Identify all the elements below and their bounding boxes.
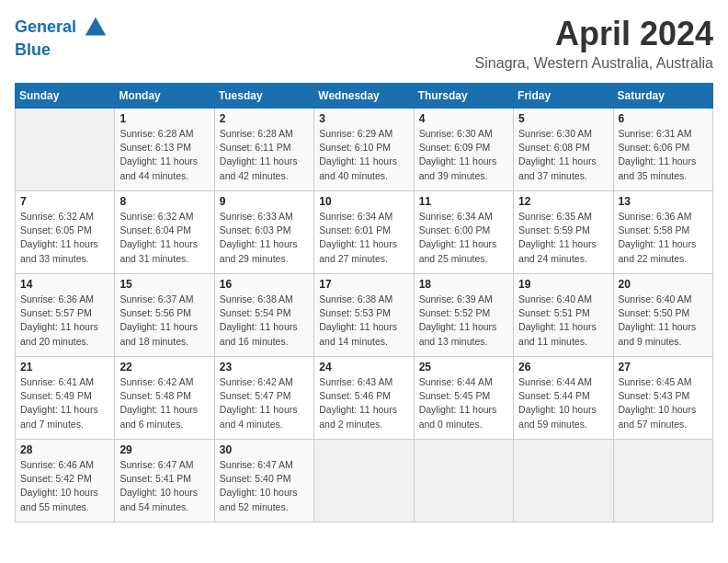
calendar-cell: 23Sunrise: 6:42 AMSunset: 5:47 PMDayligh… [214, 357, 313, 440]
calendar-week-row: 1Sunrise: 6:28 AMSunset: 6:13 PMDaylight… [16, 109, 713, 191]
calendar-cell: 20Sunrise: 6:40 AMSunset: 5:50 PMDayligh… [613, 274, 712, 357]
calendar-cell: 25Sunrise: 6:44 AMSunset: 5:45 PMDayligh… [414, 357, 513, 440]
weekday-header: Wednesday [314, 84, 414, 109]
calendar-cell: 8Sunrise: 6:32 AMSunset: 6:04 PMDaylight… [115, 191, 214, 274]
day-number: 16 [220, 278, 309, 291]
day-number: 7 [20, 195, 109, 208]
day-info: Sunrise: 6:40 AMSunset: 5:50 PMDaylight:… [619, 293, 708, 349]
calendar-header-row: SundayMondayTuesdayWednesdayThursdayFrid… [16, 84, 713, 109]
calendar-cell: 4Sunrise: 6:30 AMSunset: 6:09 PMDaylight… [414, 109, 513, 191]
weekday-header: Friday [514, 84, 613, 109]
day-info: Sunrise: 6:32 AMSunset: 6:04 PMDaylight:… [119, 210, 209, 266]
calendar-table: SundayMondayTuesdayWednesdayThursdayFrid… [15, 83, 713, 523]
calendar-cell: 16Sunrise: 6:38 AMSunset: 5:54 PMDayligh… [214, 274, 313, 357]
day-info: Sunrise: 6:43 AMSunset: 5:46 PMDaylight:… [319, 375, 408, 431]
day-number: 10 [319, 195, 408, 208]
day-info: Sunrise: 6:30 AMSunset: 6:08 PMDaylight:… [518, 127, 608, 183]
day-info: Sunrise: 6:42 AMSunset: 5:47 PMDaylight:… [220, 375, 309, 431]
day-info: Sunrise: 6:46 AMSunset: 5:42 PMDaylight:… [20, 458, 109, 514]
weekday-header: Thursday [414, 84, 513, 109]
day-info: Sunrise: 6:30 AMSunset: 6:09 PMDaylight:… [419, 127, 508, 183]
day-info: Sunrise: 6:47 AMSunset: 5:40 PMDaylight:… [220, 458, 309, 514]
day-number: 5 [518, 112, 608, 125]
day-number: 24 [319, 361, 408, 373]
day-info: Sunrise: 6:44 AMSunset: 5:45 PMDaylight:… [419, 375, 508, 431]
calendar-cell: 6Sunrise: 6:31 AMSunset: 6:06 PMDaylight… [613, 109, 712, 191]
calendar-cell: 12Sunrise: 6:35 AMSunset: 5:59 PMDayligh… [514, 191, 613, 274]
calendar-cell: 18Sunrise: 6:39 AMSunset: 5:52 PMDayligh… [414, 274, 513, 357]
day-info: Sunrise: 6:41 AMSunset: 5:49 PMDaylight:… [20, 375, 109, 431]
day-number: 18 [419, 278, 508, 291]
calendar-week-row: 7Sunrise: 6:32 AMSunset: 6:05 PMDaylight… [16, 191, 713, 274]
day-info: Sunrise: 6:38 AMSunset: 5:53 PMDaylight:… [319, 293, 408, 349]
calendar-cell: 15Sunrise: 6:37 AMSunset: 5:56 PMDayligh… [115, 274, 214, 357]
calendar-subtitle: Sinagra, Western Australia, Australia [475, 55, 713, 72]
day-info: Sunrise: 6:29 AMSunset: 6:10 PMDaylight:… [319, 127, 408, 183]
calendar-cell: 9Sunrise: 6:33 AMSunset: 6:03 PMDaylight… [214, 191, 313, 274]
weekday-header: Monday [115, 84, 214, 109]
day-number: 9 [220, 195, 309, 208]
day-info: Sunrise: 6:37 AMSunset: 5:56 PMDaylight:… [119, 293, 209, 349]
calendar-cell: 17Sunrise: 6:38 AMSunset: 5:53 PMDayligh… [314, 274, 414, 357]
calendar-cell: 14Sunrise: 6:36 AMSunset: 5:57 PMDayligh… [16, 274, 115, 357]
day-info: Sunrise: 6:28 AMSunset: 6:11 PMDaylight:… [220, 127, 309, 183]
day-info: Sunrise: 6:33 AMSunset: 6:03 PMDaylight:… [220, 210, 309, 266]
day-number: 8 [119, 195, 209, 208]
calendar-cell: 27Sunrise: 6:45 AMSunset: 5:43 PMDayligh… [613, 357, 712, 440]
day-info: Sunrise: 6:34 AMSunset: 6:01 PMDaylight:… [319, 210, 408, 266]
calendar-cell: 29Sunrise: 6:47 AMSunset: 5:41 PMDayligh… [115, 440, 214, 523]
day-number: 23 [220, 361, 309, 373]
day-number: 6 [619, 112, 708, 125]
calendar-cell: 11Sunrise: 6:34 AMSunset: 6:00 PMDayligh… [414, 191, 513, 274]
day-info: Sunrise: 6:39 AMSunset: 5:52 PMDaylight:… [419, 293, 508, 349]
day-number: 15 [119, 278, 209, 291]
logo-text: General [15, 15, 108, 40]
calendar-week-row: 28Sunrise: 6:46 AMSunset: 5:42 PMDayligh… [16, 440, 713, 523]
calendar-cell [314, 440, 414, 523]
day-number: 22 [119, 361, 209, 373]
day-number: 1 [119, 112, 209, 125]
day-info: Sunrise: 6:28 AMSunset: 6:13 PMDaylight:… [119, 127, 209, 183]
calendar-cell: 7Sunrise: 6:32 AMSunset: 6:05 PMDaylight… [16, 191, 115, 274]
day-number: 28 [20, 443, 109, 456]
title-section: April 2024 Sinagra, Western Australia, A… [475, 15, 713, 72]
logo-subtext: Blue [15, 40, 108, 61]
day-info: Sunrise: 6:35 AMSunset: 5:59 PMDaylight:… [518, 210, 608, 266]
day-number: 19 [518, 278, 608, 291]
calendar-cell: 3Sunrise: 6:29 AMSunset: 6:10 PMDaylight… [314, 109, 414, 191]
day-info: Sunrise: 6:36 AMSunset: 5:58 PMDaylight:… [619, 210, 708, 266]
calendar-cell: 21Sunrise: 6:41 AMSunset: 5:49 PMDayligh… [16, 357, 115, 440]
calendar-cell: 1Sunrise: 6:28 AMSunset: 6:13 PMDaylight… [115, 109, 214, 191]
day-info: Sunrise: 6:40 AMSunset: 5:51 PMDaylight:… [518, 293, 608, 349]
day-number: 30 [220, 443, 309, 456]
calendar-cell [613, 440, 712, 523]
calendar-cell: 2Sunrise: 6:28 AMSunset: 6:11 PMDaylight… [214, 109, 313, 191]
calendar-week-row: 14Sunrise: 6:36 AMSunset: 5:57 PMDayligh… [16, 274, 713, 357]
calendar-cell: 30Sunrise: 6:47 AMSunset: 5:40 PMDayligh… [214, 440, 313, 523]
day-number: 20 [619, 278, 708, 291]
day-info: Sunrise: 6:38 AMSunset: 5:54 PMDaylight:… [220, 293, 309, 349]
day-number: 27 [619, 361, 708, 373]
weekday-header: Sunday [16, 84, 115, 109]
weekday-header: Tuesday [214, 84, 313, 109]
day-info: Sunrise: 6:44 AMSunset: 5:44 PMDaylight:… [518, 375, 608, 431]
day-number: 17 [319, 278, 408, 291]
calendar-cell: 28Sunrise: 6:46 AMSunset: 5:42 PMDayligh… [16, 440, 115, 523]
day-info: Sunrise: 6:31 AMSunset: 6:06 PMDaylight:… [619, 127, 708, 183]
calendar-cell [414, 440, 513, 523]
day-info: Sunrise: 6:36 AMSunset: 5:57 PMDaylight:… [20, 293, 109, 349]
calendar-cell: 22Sunrise: 6:42 AMSunset: 5:48 PMDayligh… [115, 357, 214, 440]
calendar-cell: 24Sunrise: 6:43 AMSunset: 5:46 PMDayligh… [314, 357, 414, 440]
calendar-cell: 10Sunrise: 6:34 AMSunset: 6:01 PMDayligh… [314, 191, 414, 274]
day-info: Sunrise: 6:32 AMSunset: 6:05 PMDaylight:… [20, 210, 109, 266]
day-number: 21 [20, 361, 109, 373]
calendar-cell: 26Sunrise: 6:44 AMSunset: 5:44 PMDayligh… [514, 357, 613, 440]
day-number: 26 [518, 361, 608, 373]
calendar-week-row: 21Sunrise: 6:41 AMSunset: 5:49 PMDayligh… [16, 357, 713, 440]
day-number: 14 [20, 278, 109, 291]
day-info: Sunrise: 6:45 AMSunset: 5:43 PMDaylight:… [619, 375, 708, 431]
calendar-title: April 2024 [475, 15, 713, 53]
calendar-cell: 5Sunrise: 6:30 AMSunset: 6:08 PMDaylight… [514, 109, 613, 191]
day-number: 29 [119, 443, 209, 456]
calendar-cell: 19Sunrise: 6:40 AMSunset: 5:51 PMDayligh… [514, 274, 613, 357]
